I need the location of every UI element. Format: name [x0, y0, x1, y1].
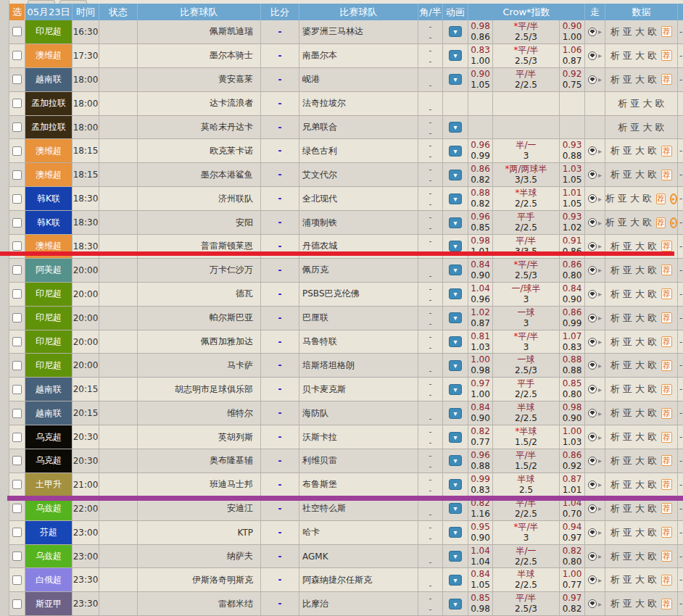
league-badge[interactable]: 印尼超 [25, 307, 72, 330]
football-icon[interactable] [588, 242, 597, 251]
data-link-2[interactable]: 大 [635, 264, 645, 277]
data-link-3[interactable]: 欧 [647, 383, 657, 396]
data-link-3[interactable]: 欧 [655, 121, 665, 134]
football-icon[interactable] [588, 575, 597, 584]
recommend-badge[interactable]: 荐 [661, 503, 672, 514]
trend-arrow-icon[interactable]: ▸ [598, 457, 602, 465]
trend-arrow-icon[interactable]: ▸ [598, 600, 602, 608]
animation-icon[interactable]: ▾ [449, 241, 462, 251]
data-link-2[interactable]: 大 [635, 478, 645, 491]
data-link-2[interactable]: 大 [635, 359, 645, 372]
football-icon[interactable] [588, 552, 597, 561]
row-checkbox[interactable] [12, 75, 22, 84]
league-badge[interactable]: 阿美超 [25, 259, 72, 282]
data-link-1[interactable]: 亚 [623, 430, 632, 444]
row-checkbox[interactable] [12, 265, 22, 275]
data-link-3[interactable]: 欧 [647, 526, 657, 539]
data-link-3[interactable]: 欧 [647, 407, 657, 420]
data-link-3[interactable]: 欧 [647, 454, 657, 467]
away-team-link[interactable]: 法奇拉坡尔 [299, 92, 418, 115]
data-link-3[interactable]: 欧 [647, 478, 657, 491]
league-badge[interactable]: 越南联 [25, 68, 72, 91]
league-badge[interactable]: 印尼超 [25, 20, 72, 43]
data-link-2[interactable]: 大 [635, 383, 645, 396]
home-team-link[interactable]: 马卡萨 [138, 354, 261, 377]
home-team-link[interactable]: 万卡仁沙万 [138, 259, 261, 282]
home-team-link[interactable]: 帕尔斯巴亚 [138, 307, 261, 330]
data-link-0[interactable]: 析 [618, 97, 628, 110]
recommend-badge[interactable]: 荐 [661, 74, 672, 85]
data-link-2[interactable]: 大 [635, 550, 645, 563]
data-link-1[interactable]: 亚 [623, 597, 632, 610]
animation-icon[interactable]: ▾ [449, 26, 462, 37]
home-team-link[interactable]: 德瓦 [138, 283, 261, 306]
recommend-badge[interactable]: 荐 [656, 217, 666, 228]
football-icon[interactable] [588, 290, 597, 299]
football-icon[interactable] [588, 266, 597, 275]
recommend-badge[interactable]: 荐 [661, 170, 672, 180]
trend-arrow-icon[interactable]: ▸ [598, 433, 602, 441]
away-team-link[interactable]: 沃斯卡拉 [299, 425, 418, 449]
recommend-badge[interactable]: 荐 [656, 193, 666, 204]
data-link-2[interactable]: 大 [635, 454, 645, 467]
football-icon[interactable] [588, 385, 597, 394]
data-link-1[interactable]: 亚 [623, 383, 632, 396]
trend-arrow-icon[interactable]: ▸ [598, 528, 602, 536]
league-badge[interactable]: 澳维超 [25, 44, 72, 67]
data-link-1[interactable]: 亚 [623, 550, 632, 563]
animation-icon[interactable]: ▾ [449, 527, 462, 538]
home-team-link[interactable]: 欧克莱卡诺 [138, 139, 261, 162]
league-badge[interactable]: 印尼超 [25, 330, 72, 354]
data-link-3[interactable]: 欧 [642, 216, 652, 229]
home-team-link[interactable]: KTP [138, 521, 261, 544]
trend-arrow-icon[interactable]: ▸ [598, 362, 602, 370]
league-badge[interactable]: 乌兹超 [25, 545, 72, 568]
animation-icon[interactable]: ▾ [449, 360, 462, 371]
home-team-link[interactable]: 纳萨夫 [138, 545, 261, 568]
live-icon[interactable]: ▸ [670, 193, 677, 204]
league-badge[interactable]: 芬超 [25, 521, 72, 544]
league-badge[interactable]: 韩K联 [25, 211, 72, 234]
row-checkbox[interactable] [12, 575, 22, 585]
home-team-link[interactable]: 达卡流浪者 [138, 92, 261, 115]
data-link-3[interactable]: 欧 [642, 192, 652, 205]
row-checkbox[interactable] [12, 146, 22, 156]
home-team-link[interactable]: 维特尔 [138, 401, 261, 425]
data-link-1[interactable]: 亚 [623, 73, 632, 86]
live-icon[interactable]: ▸ [670, 217, 677, 228]
data-link-0[interactable]: 析 [610, 336, 620, 349]
recommend-badge[interactable]: 荐 [661, 527, 672, 538]
data-link-1[interactable]: 亚 [623, 49, 632, 62]
league-badge[interactable]: 孟加拉联 [25, 92, 72, 115]
data-link-0[interactable]: 析 [610, 288, 620, 301]
animation-icon[interactable]: ▾ [449, 265, 462, 275]
data-link-1[interactable]: 亚 [623, 336, 632, 349]
row-checkbox[interactable] [12, 361, 22, 370]
animation-icon[interactable]: ▾ [449, 288, 462, 299]
row-checkbox[interactable] [12, 51, 22, 60]
data-link-3[interactable]: 欧 [647, 73, 657, 86]
row-checkbox[interactable] [12, 599, 22, 609]
football-icon[interactable] [588, 457, 597, 465]
recommend-badge[interactable]: 荐 [661, 408, 672, 419]
away-team-link[interactable]: 阿森纳捷尔任斯克 [299, 568, 418, 591]
football-icon[interactable] [588, 146, 597, 155]
away-team-link[interactable]: 全北现代 [299, 187, 418, 210]
row-checkbox[interactable] [12, 99, 22, 108]
data-link-1[interactable]: 亚 [623, 25, 632, 38]
row-checkbox[interactable] [12, 528, 22, 537]
data-link-3[interactable]: 欧 [647, 264, 657, 277]
animation-icon[interactable]: ▾ [449, 384, 462, 395]
trend-arrow-icon[interactable]: ▸ [598, 195, 602, 203]
data-link-2[interactable]: 大 [635, 336, 645, 349]
data-link-1[interactable]: 亚 [623, 502, 632, 515]
league-badge[interactable]: 乌克超 [25, 449, 72, 473]
home-team-link[interactable]: 墨尔本港鲨鱼 [138, 163, 261, 186]
row-checkbox[interactable] [12, 218, 22, 228]
away-team-link[interactable]: 浦项制铁 [299, 211, 418, 234]
animation-icon[interactable]: ▾ [449, 193, 462, 204]
trend-arrow-icon[interactable]: ▸ [598, 386, 602, 394]
away-team-link[interactable]: 绿色古利 [299, 139, 418, 162]
animation-icon[interactable]: ▾ [449, 336, 462, 347]
home-team-link[interactable]: 黄安嘉莱 [138, 68, 261, 91]
